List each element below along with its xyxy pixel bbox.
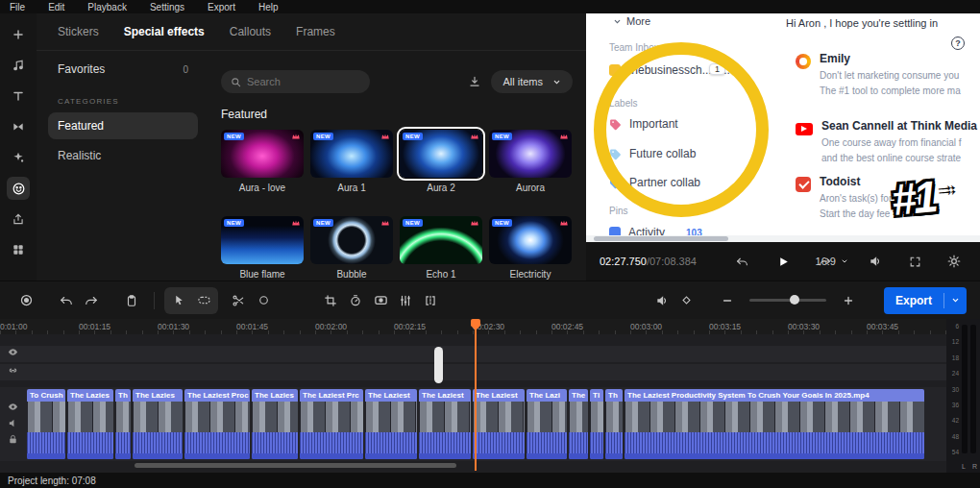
effect-item-selected[interactable]: NEW Aura 2 xyxy=(400,130,482,193)
stickers-icon[interactable] xyxy=(7,177,30,200)
effect-item[interactable]: NEW Aura 1 xyxy=(310,130,393,193)
text-icon[interactable] xyxy=(7,85,30,108)
email-preview-line: The #1 tool to complete more ma xyxy=(820,84,961,99)
link-icon[interactable] xyxy=(8,365,18,376)
download-icon[interactable] xyxy=(468,75,481,88)
zoom-slider[interactable] xyxy=(749,299,826,302)
tab-frames[interactable]: Frames xyxy=(296,25,335,38)
export-button[interactable]: Export xyxy=(884,287,967,314)
menu-settings[interactable]: Settings xyxy=(150,2,184,12)
player-settings-gear-icon[interactable] xyxy=(942,249,967,274)
tab-special-effects[interactable]: Special effects xyxy=(124,25,205,38)
redo-icon[interactable] xyxy=(79,288,104,313)
timeline-clip[interactable]: The Laziest Productivity System To Crush… xyxy=(625,389,924,459)
transitions-icon[interactable] xyxy=(7,115,30,138)
share-icon[interactable] xyxy=(7,207,30,231)
effect-item[interactable]: NEW Echo 1 xyxy=(400,216,482,280)
search-bar[interactable] xyxy=(221,70,370,93)
timeline-clip[interactable]: The Lazies xyxy=(133,389,183,459)
menu-export[interactable]: Export xyxy=(208,2,235,12)
effect-item[interactable]: NEW Aura - love xyxy=(221,130,304,193)
timeline-clip[interactable]: The xyxy=(569,389,588,459)
timeline-clip[interactable]: Th xyxy=(605,389,623,459)
preview-scrollbar-thumb[interactable] xyxy=(594,236,728,241)
eye-icon[interactable] xyxy=(8,347,18,357)
more-apps-icon[interactable] xyxy=(7,238,30,261)
timeline-clip[interactable]: The Laziest xyxy=(419,389,471,459)
timeline-clip[interactable]: The Laziest xyxy=(473,389,525,459)
zoom-slider-thumb[interactable] xyxy=(790,295,799,305)
track-select-tool-icon[interactable] xyxy=(191,288,216,313)
previous-frame-icon[interactable] xyxy=(729,249,754,274)
add-media-icon[interactable] xyxy=(7,23,30,46)
menu-file[interactable]: File xyxy=(10,2,25,12)
timecode-current: 02:27.750 xyxy=(600,256,647,267)
crown-icon xyxy=(291,132,301,141)
screen-record-icon[interactable] xyxy=(368,288,393,313)
speaker-icon[interactable] xyxy=(863,249,888,274)
keyframe-icon[interactable] xyxy=(674,288,699,313)
timeline-clip[interactable]: The Laziest Prc xyxy=(300,389,363,459)
export-dropdown-caret[interactable] xyxy=(944,296,967,305)
timeline-clip[interactable]: Tl xyxy=(590,389,603,459)
play-icon[interactable] xyxy=(771,249,796,274)
next-frame-icon[interactable] xyxy=(812,249,837,274)
record-icon[interactable] xyxy=(13,288,38,313)
clip-name: To Crush xyxy=(27,389,65,402)
playhead[interactable] xyxy=(475,319,477,471)
timeline-clip[interactable]: To Crush xyxy=(27,389,65,459)
effects-icon[interactable] xyxy=(7,146,30,169)
favorites-row[interactable]: Favorites 0 xyxy=(48,57,198,82)
filter-dropdown[interactable]: All items xyxy=(491,70,573,93)
preview-canvas[interactable]: More Team Inboxes thebusinessch... T... … xyxy=(586,13,980,242)
tracks-vertical-scrollbar[interactable] xyxy=(434,347,443,383)
category-realistic[interactable]: Realistic xyxy=(48,142,198,169)
marker-icon[interactable] xyxy=(251,288,276,313)
track-row-collapsed[interactable] xyxy=(0,364,946,380)
search-input[interactable] xyxy=(247,76,348,87)
mute-icon[interactable] xyxy=(8,418,18,428)
audio-ducking-icon[interactable] xyxy=(649,288,674,313)
pointer-tool-icon[interactable] xyxy=(166,288,191,313)
menu-playback[interactable]: Playback xyxy=(87,2,127,12)
zoom-out-icon[interactable] xyxy=(715,288,740,313)
zoom-in-icon[interactable] xyxy=(836,288,861,313)
track-row-collapsed[interactable] xyxy=(0,346,946,362)
crop-icon[interactable] xyxy=(318,288,343,313)
timeline-horizontal-scrollbar[interactable] xyxy=(135,463,456,468)
effect-item[interactable]: NEW Electricity xyxy=(489,216,572,280)
timeline-clip[interactable]: The Laziest Proc xyxy=(184,389,250,459)
tab-stickers[interactable]: Stickers xyxy=(58,25,99,38)
menu-edit[interactable]: Edit xyxy=(48,2,64,12)
eye-icon[interactable] xyxy=(8,402,18,412)
clip-name: The Lazi xyxy=(527,389,567,402)
split-scissors-icon[interactable] xyxy=(226,288,251,313)
toolbar-right-cluster: Export xyxy=(649,287,967,314)
audio-icon[interactable] xyxy=(7,54,30,77)
category-featured[interactable]: Featured xyxy=(48,112,198,139)
timeline-clip[interactable]: The Lazi xyxy=(527,389,567,459)
lock-icon[interactable] xyxy=(8,434,18,445)
timeline-clip[interactable]: The Lazies xyxy=(67,389,113,459)
tab-callouts[interactable]: Callouts xyxy=(230,25,271,38)
help-icon: ? xyxy=(951,37,965,50)
undo-icon[interactable] xyxy=(54,288,79,313)
effect-item[interactable]: NEW Aurora xyxy=(489,130,572,193)
timeline-clip[interactable]: Th xyxy=(115,389,131,459)
clip-waveform xyxy=(67,432,113,459)
timeline-tracks[interactable]: To Crush The Lazies Th The Lazies The La… xyxy=(0,334,946,473)
fullscreen-icon[interactable] xyxy=(902,249,927,274)
adjust-mixer-icon[interactable] xyxy=(393,288,418,313)
effect-item[interactable]: NEW Blue flame xyxy=(221,216,304,280)
clip-thumbnails xyxy=(184,402,250,432)
timeline-clip[interactable]: The Lazies xyxy=(252,389,298,459)
menu-help[interactable]: Help xyxy=(258,2,279,12)
favorites-count: 0 xyxy=(183,64,188,75)
effects-browser: All items Featured NEW Aura - love NEW A… xyxy=(208,51,586,281)
timeline-clip[interactable]: The Laziest xyxy=(365,389,417,459)
speed-icon[interactable] xyxy=(343,288,368,313)
crown-icon xyxy=(380,218,390,228)
detach-audio-icon[interactable] xyxy=(418,288,443,313)
clipboard-icon[interactable] xyxy=(119,288,144,313)
effect-item[interactable]: NEW Bubble xyxy=(310,216,393,280)
